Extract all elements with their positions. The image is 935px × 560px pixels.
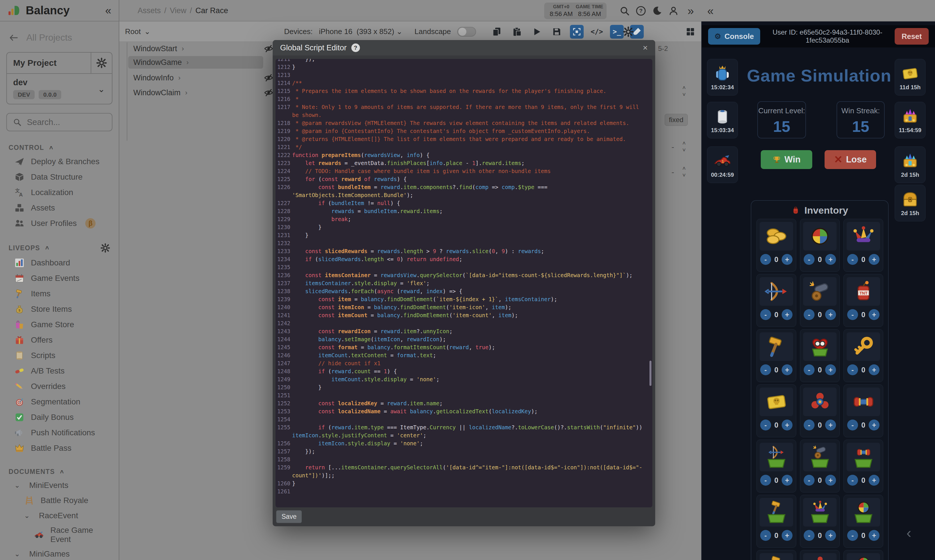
- decrement-button[interactable]: -: [760, 420, 771, 431]
- sidebar-item-data-structure[interactable]: Data Structure: [0, 169, 119, 185]
- decrement-button[interactable]: -: [847, 475, 858, 486]
- increment-button[interactable]: +: [782, 254, 793, 265]
- increment-button[interactable]: +: [825, 365, 836, 375]
- decrement-button[interactable]: -: [804, 420, 815, 431]
- eye-slash-icon[interactable]: [264, 88, 274, 97]
- timer-card-cylinder[interactable]: 15:03:34: [707, 102, 738, 138]
- number-stepper[interactable]: ˄˅: [682, 140, 686, 153]
- increment-button[interactable]: +: [782, 420, 793, 431]
- timer-card-goldchest[interactable]: 2d 15h: [895, 185, 926, 222]
- save-icon[interactable]: [550, 25, 564, 38]
- section-header[interactable]: DOCUMENTS˄: [0, 466, 119, 478]
- decrement-button[interactable]: -: [804, 530, 815, 541]
- save-button[interactable]: Save: [276, 510, 302, 523]
- increment-button[interactable]: +: [825, 475, 836, 486]
- help-icon[interactable]: ?: [635, 5, 647, 17]
- sidebar-item-localization[interactable]: 文ALocalization: [0, 185, 119, 200]
- sidebar-item-assets[interactable]: Assets: [0, 200, 119, 215]
- editor-scrollbar[interactable]: [650, 361, 652, 386]
- sidebar-tree-battle-royale[interactable]: Battle Royale: [0, 493, 119, 508]
- decrement-button[interactable]: -: [847, 530, 858, 541]
- reset-button[interactable]: Reset: [895, 28, 929, 45]
- number-stepper[interactable]: ˄˅: [682, 85, 686, 97]
- increment-button[interactable]: +: [825, 530, 836, 541]
- increment-button[interactable]: +: [869, 475, 880, 486]
- timer-card-pinkchest[interactable]: 11:54:59: [895, 102, 926, 138]
- page-prev-chevron-icon[interactable]: ‹: [906, 525, 911, 540]
- script-code-editor[interactable]: 1211 });1212}12131214/**1215 * Prepares …: [276, 59, 652, 508]
- right-panel-collapse-icon[interactable]: «: [705, 5, 716, 17]
- all-projects-link[interactable]: All Projects: [0, 22, 119, 45]
- window-row-windowstart[interactable]: WindowStart›: [128, 42, 263, 55]
- sidebar-collapse-icon[interactable]: «: [105, 5, 111, 16]
- increment-button[interactable]: +: [825, 254, 836, 265]
- help-icon[interactable]: ?: [351, 43, 360, 52]
- timer-card-bluechest[interactable]: 2d 15h: [895, 146, 926, 183]
- section-header[interactable]: CONTROL˄: [0, 142, 119, 154]
- eye-slash-icon[interactable]: [264, 73, 274, 83]
- sidebar-tree-race-game-event[interactable]: 1Race Game Event: [0, 523, 119, 546]
- sidebar-tree-raceevent[interactable]: ⌄RaceEvent: [0, 508, 119, 523]
- sidebar-item-push-notifications[interactable]: Push Notifications: [0, 425, 119, 440]
- decrement-button[interactable]: -: [760, 365, 771, 375]
- sidebar-tree-minievents[interactable]: ⌄MiniEvents: [0, 478, 119, 493]
- copy-icon[interactable]: [490, 25, 504, 38]
- increment-button[interactable]: +: [782, 309, 793, 320]
- decrement-button[interactable]: -: [847, 365, 858, 375]
- increment-button[interactable]: +: [825, 309, 836, 320]
- dark-mode-moon-icon[interactable]: [652, 5, 663, 17]
- decrement-button[interactable]: -: [847, 420, 858, 431]
- sidebar-item-daily-bonus[interactable]: Daily Bonus: [0, 409, 119, 425]
- sidebar-item-battle-pass[interactable]: Battle Pass: [0, 440, 119, 456]
- section-header[interactable]: LIVEOPS˄: [0, 241, 119, 255]
- sidebar-item-segmentation[interactable]: Segmentation: [0, 394, 119, 409]
- sidebar-item-game-store[interactable]: Game Store: [0, 317, 119, 332]
- breadcrumb-assets[interactable]: Assets: [138, 6, 161, 15]
- increment-button[interactable]: +: [782, 530, 793, 541]
- sidebar-item-dashboard[interactable]: Dashboard: [0, 255, 119, 271]
- search-icon[interactable]: [619, 5, 630, 17]
- paste-icon[interactable]: [510, 25, 524, 38]
- device-selector[interactable]: iPhone 16 (393 x 852) ⌄: [319, 27, 402, 36]
- environment-selector[interactable]: dev DEV 0.0.0 ⌄: [7, 74, 112, 104]
- win-button[interactable]: Win: [761, 150, 812, 169]
- sidebar-item-a-b-tests[interactable]: A/B Tests: [0, 363, 119, 378]
- decrement-button[interactable]: -: [760, 475, 771, 486]
- decrement-button[interactable]: -: [804, 475, 815, 486]
- liveops-settings-gear-icon[interactable]: [100, 243, 110, 253]
- sidebar-item-offers[interactable]: Offers: [0, 332, 119, 348]
- sidebar-item-deploy-branches[interactable]: Deploy & Branches: [0, 154, 119, 169]
- root-dropdown[interactable]: Root ⌄: [125, 27, 151, 36]
- increment-button[interactable]: +: [825, 420, 836, 431]
- decrement-button[interactable]: -: [760, 309, 771, 320]
- decrement-button[interactable]: -: [847, 254, 858, 265]
- landscape-toggle[interactable]: [457, 27, 476, 37]
- increment-button[interactable]: +: [869, 309, 880, 320]
- select-tool-icon[interactable]: [570, 25, 584, 38]
- increment-button[interactable]: +: [782, 365, 793, 375]
- sidebar-item-overrides[interactable]: Overrides: [0, 378, 119, 394]
- decrement-button[interactable]: -: [760, 530, 771, 541]
- user-profile-icon[interactable]: [668, 5, 679, 17]
- increment-button[interactable]: +: [869, 420, 880, 431]
- lose-button[interactable]: ✕ Lose: [824, 150, 876, 169]
- sidebar-item-game-events[interactable]: Game Events: [0, 271, 119, 286]
- increment-button[interactable]: +: [869, 365, 880, 375]
- code-view-icon[interactable]: </>: [590, 25, 604, 38]
- canvas-settings-gear-icon[interactable]: [621, 25, 635, 38]
- console-button[interactable]: ⚙Console: [708, 28, 760, 45]
- window-row-windowinfo[interactable]: WindowInfo›: [128, 71, 263, 84]
- window-row-windowclaim[interactable]: WindowClaim›: [128, 86, 263, 99]
- sidebar-item-items[interactable]: Items: [0, 286, 119, 302]
- window-row-windowgame[interactable]: WindowGame›: [128, 56, 263, 69]
- grid-layout-icon[interactable]: [684, 25, 697, 38]
- increment-button[interactable]: +: [869, 254, 880, 265]
- expand-panel-icon[interactable]: »: [685, 5, 696, 17]
- decrement-button[interactable]: -: [804, 309, 815, 320]
- decrement-button[interactable]: -: [804, 254, 815, 265]
- fixed-chip[interactable]: fixed: [665, 114, 688, 126]
- sidebar-item-scripts[interactable]: Scripts: [0, 348, 119, 363]
- decrement-button[interactable]: -: [760, 254, 771, 265]
- project-settings-gear-icon[interactable]: [91, 52, 112, 73]
- timer-card-racecar[interactable]: 100:24:59: [707, 146, 738, 183]
